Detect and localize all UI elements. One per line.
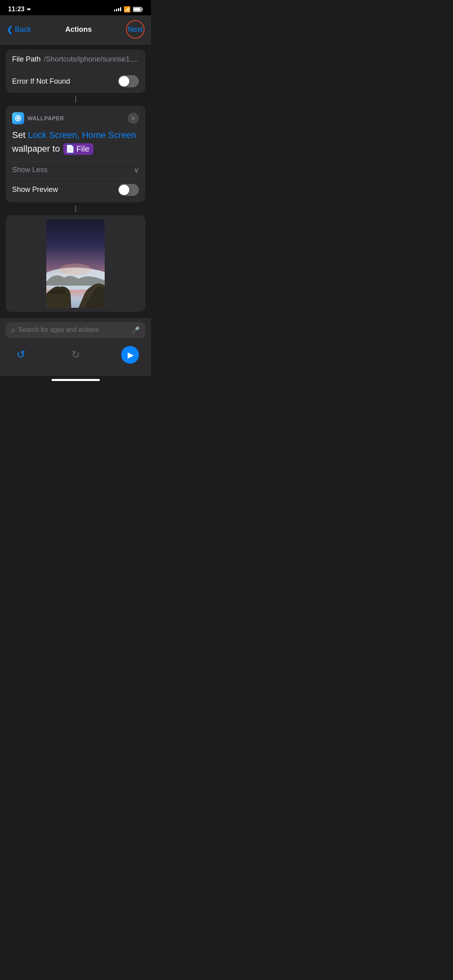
play-icon: ▶ <box>128 350 134 360</box>
file-chip[interactable]: 📄 File <box>63 143 93 155</box>
bottom-toolbar: ↺ ↻ ▶ <box>0 342 151 376</box>
error-if-not-found-row: Error If Not Found <box>6 70 145 93</box>
next-label: Next <box>128 25 143 34</box>
show-preview-toggle-knob <box>119 185 129 195</box>
microphone-icon[interactable]: 🎤 <box>132 326 140 334</box>
error-if-not-found-toggle[interactable] <box>118 75 139 87</box>
wallpaper-app-icon <box>12 112 24 124</box>
preview-card <box>6 215 145 312</box>
battery-icon <box>133 7 143 12</box>
error-if-not-found-label: Error If Not Found <box>12 77 70 86</box>
show-less-label: Show Less <box>12 166 48 174</box>
file-chip-label: File <box>77 144 89 154</box>
wallpaper-to-text: wallpaper to <box>12 144 60 154</box>
show-preview-toggle[interactable] <box>118 184 139 196</box>
search-input[interactable] <box>19 326 128 334</box>
search-icon: ⌕ <box>11 326 15 334</box>
landscape-svg <box>46 219 105 308</box>
preview-image <box>46 219 105 308</box>
wallpaper-to-row: wallpaper to 📄 File <box>12 143 139 155</box>
search-bar-container: ⌕ 🎤 <box>0 318 151 342</box>
file-path-label: File Path <box>12 55 41 64</box>
svg-rect-1 <box>142 8 143 10</box>
connector-line <box>75 96 76 103</box>
signal-bars-icon <box>114 7 121 11</box>
toggle-knob <box>119 76 129 86</box>
run-button[interactable]: ▶ <box>121 346 139 364</box>
action-set-text: Set <box>12 130 25 140</box>
wallpaper-header: WALLPAPER ✕ <box>12 112 139 124</box>
wallpaper-action-card: WALLPAPER ✕ Set Lock Screen, Home Screen… <box>6 106 145 202</box>
undo-button[interactable]: ↺ <box>12 346 30 364</box>
search-bar[interactable]: ⌕ 🎤 <box>6 322 145 338</box>
file-chip-icon: 📄 <box>66 144 74 153</box>
next-button[interactable]: Next <box>126 20 145 39</box>
redo-icon: ↻ <box>71 348 80 361</box>
back-label: Back <box>15 25 31 34</box>
wallpaper-badge-text: WALLPAPER <box>27 115 64 121</box>
status-bar: 11:23 ⤗ 📶 <box>0 0 151 15</box>
wallpaper-action-text: Set Lock Screen, Home Screen <box>12 129 139 142</box>
close-button[interactable]: ✕ <box>128 113 139 124</box>
chevron-left-icon: ❮ <box>6 25 13 34</box>
show-less-row[interactable]: Show Less ∨ <box>12 161 139 179</box>
main-content: File Path /Shortcuts/iphone/sunrise1....… <box>0 45 151 317</box>
back-button[interactable]: ❮ Back <box>6 25 31 34</box>
snowflake-icon <box>14 115 22 122</box>
time-label: 11:23 <box>8 6 25 13</box>
status-icons: 📶 <box>114 6 143 12</box>
chevron-down-icon: ∨ <box>134 166 139 175</box>
location-icon: ⤗ <box>27 6 31 12</box>
home-bar <box>52 379 100 381</box>
wifi-icon: 📶 <box>124 6 130 12</box>
file-settings-card: File Path /Shortcuts/iphone/sunrise1....… <box>6 49 145 93</box>
file-path-value: /Shortcuts/iphone/sunrise1.... <box>44 55 138 64</box>
page-title: Actions <box>65 25 92 34</box>
connector-line-2 <box>75 206 76 212</box>
undo-icon: ↺ <box>17 348 25 361</box>
svg-point-13 <box>59 264 91 276</box>
show-preview-label: Show Preview <box>12 185 58 194</box>
wallpaper-badge: WALLPAPER <box>12 112 64 124</box>
svg-rect-2 <box>134 8 141 11</box>
close-icon: ✕ <box>131 115 136 121</box>
action-screen-text[interactable]: Lock Screen, Home Screen <box>28 130 136 140</box>
redo-button[interactable]: ↻ <box>67 346 85 364</box>
file-path-row[interactable]: File Path /Shortcuts/iphone/sunrise1.... <box>6 49 145 69</box>
show-preview-row: Show Preview <box>12 179 139 196</box>
home-indicator <box>0 376 151 385</box>
navigation-bar: ❮ Back Actions Next <box>0 15 151 45</box>
status-time: 11:23 ⤗ <box>8 6 31 13</box>
